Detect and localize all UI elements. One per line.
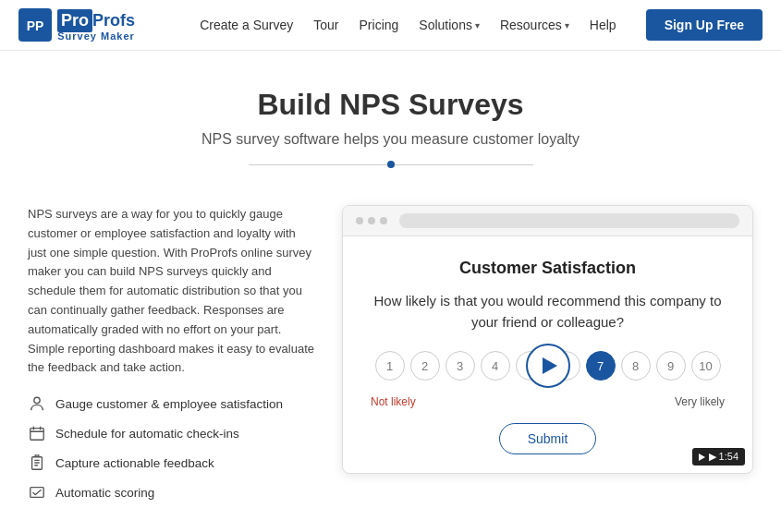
- card-dot-1: [356, 217, 363, 224]
- feature-label: Schedule for automatic check-ins: [55, 427, 239, 441]
- hero-subtitle: NPS survey software helps you measure cu…: [18, 131, 763, 148]
- svg-text:PP: PP: [27, 18, 44, 33]
- right-column: Customer Satisfaction How likely is that…: [342, 205, 753, 502]
- svg-rect-3: [31, 429, 43, 441]
- feature-list: Gauge customer & employee satisfaction S…: [28, 394, 314, 502]
- video-duration: ▶ 1:54: [709, 451, 738, 463]
- nav-solutions[interactable]: Solutions ▾: [419, 18, 480, 32]
- card-urlbar: [399, 213, 739, 228]
- logo-icon: PP: [18, 8, 52, 42]
- svg-rect-5: [31, 488, 43, 498]
- nav-create[interactable]: Create a Survey: [200, 18, 293, 32]
- feature-item: Automatic scoring: [28, 483, 314, 502]
- logo-brand: ProProfs: [57, 9, 135, 32]
- nps-number-8[interactable]: 8: [621, 351, 651, 381]
- signup-button[interactable]: Sign Up Free: [646, 9, 763, 41]
- nps-number-7[interactable]: 7: [586, 351, 616, 381]
- feature-item: Capture actionable feedback: [28, 453, 314, 472]
- divider-left: [249, 164, 387, 165]
- play-icon: [699, 453, 705, 461]
- nps-number-2[interactable]: 2: [410, 351, 440, 381]
- nav-pricing[interactable]: Pricing: [360, 18, 399, 32]
- nps-number-9[interactable]: 9: [656, 351, 686, 381]
- logo-sub: Survey Maker: [57, 30, 135, 42]
- card-dot-2: [368, 217, 375, 224]
- chevron-down-icon: ▾: [475, 20, 480, 30]
- play-button[interactable]: [526, 344, 570, 388]
- description-text: NPS surveys are a way for you to quickly…: [28, 205, 314, 378]
- card-question: How likely is that you would recommend t…: [371, 291, 725, 332]
- feature-item: Schedule for automatic check-ins: [28, 424, 314, 442]
- nps-number-1[interactable]: 1: [375, 351, 405, 381]
- divider-right: [395, 164, 533, 165]
- nav-resources[interactable]: Resources ▾: [500, 18, 569, 32]
- nav-help[interactable]: Help: [590, 18, 616, 32]
- main-content: NPS surveys are a way for you to quickly…: [0, 187, 781, 520]
- logo-profs: Profs: [92, 11, 135, 30]
- feature-label: Gauge customer & employee satisfaction: [55, 397, 283, 411]
- video-badge[interactable]: ▶ 1:54: [692, 448, 745, 466]
- chevron-down-icon: ▾: [565, 20, 569, 30]
- nps-number-3[interactable]: 3: [445, 351, 475, 381]
- person-icon: [28, 394, 46, 413]
- hero-title: Build NPS Surveys: [18, 88, 763, 122]
- submit-button[interactable]: Submit: [499, 423, 597, 454]
- scale-labels: Not likely Very likely: [371, 395, 725, 408]
- nav-solutions-label: Solutions: [419, 18, 472, 32]
- feature-item: Gauge customer & employee satisfaction: [28, 394, 314, 413]
- feature-label: Capture actionable feedback: [55, 456, 214, 470]
- nav-tour[interactable]: Tour: [313, 18, 338, 32]
- card-body: Customer Satisfaction How likely is that…: [343, 236, 752, 473]
- logo-pro: Pro: [57, 9, 92, 32]
- card-title: Customer Satisfaction: [371, 259, 725, 278]
- nav-resources-label: Resources: [500, 18, 562, 32]
- card-dot-3: [380, 217, 387, 224]
- feature-label: Automatic scoring: [55, 486, 154, 500]
- label-very-likely: Very likely: [675, 395, 725, 408]
- logo-area: PP ProProfs Survey Maker: [18, 8, 135, 42]
- header: PP ProProfs Survey Maker Create a Survey…: [0, 0, 781, 51]
- calendar-icon: [28, 424, 46, 442]
- left-column: NPS surveys are a way for you to quickly…: [28, 205, 314, 502]
- play-triangle-icon: [543, 357, 557, 374]
- nps-number-10[interactable]: 10: [691, 351, 721, 381]
- play-overlay: 12345678910: [371, 351, 725, 381]
- survey-card: Customer Satisfaction How likely is that…: [342, 205, 753, 474]
- logo-wrapper: ProProfs Survey Maker: [57, 9, 135, 42]
- nav: Create a Survey Tour Pricing Solutions ▾…: [200, 9, 763, 41]
- hero-divider: [18, 161, 763, 168]
- checkmark-icon: [28, 483, 46, 502]
- clipboard-icon: [28, 453, 46, 472]
- divider-dot: [387, 161, 395, 168]
- card-topbar: [343, 206, 752, 236]
- label-not-likely: Not likely: [371, 395, 416, 408]
- hero-section: Build NPS Surveys NPS survey software he…: [0, 51, 781, 187]
- nps-number-4[interactable]: 4: [481, 351, 510, 381]
- svg-point-2: [34, 397, 40, 403]
